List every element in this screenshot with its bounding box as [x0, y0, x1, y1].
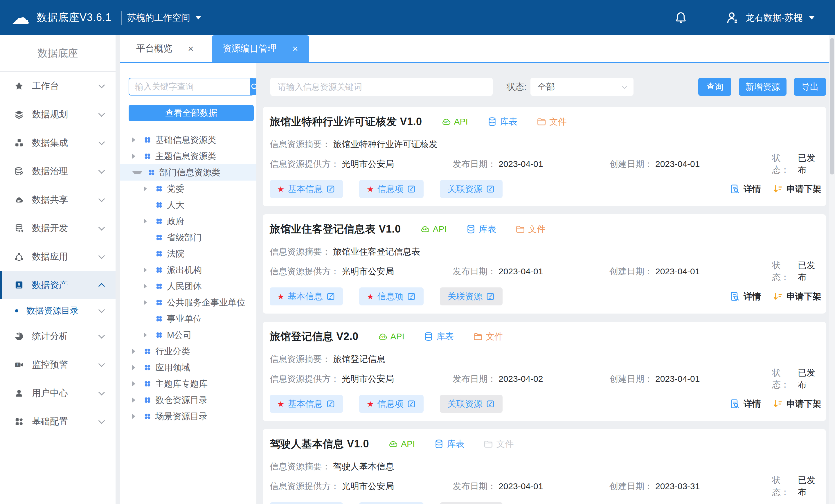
caret-right-icon[interactable] — [144, 300, 150, 305]
org-icon — [155, 217, 163, 226]
api-badge: API — [441, 117, 468, 126]
status-select[interactable]: 全部 — [530, 78, 633, 96]
tree-item[interactable]: 省级部门 — [120, 229, 257, 246]
vertical-scrollbar[interactable] — [829, 35, 835, 504]
tree-item[interactable]: 公共服务企事业单位 — [120, 295, 257, 311]
chevron-down-icon — [98, 139, 105, 145]
sidebar-item-basic-config[interactable]: 基础配置 — [0, 407, 116, 436]
database-icon — [424, 331, 433, 341]
info-item-button[interactable]: ★信息项 — [359, 502, 424, 504]
info-item-button[interactable]: ★信息项 — [359, 287, 424, 305]
resource-search-input[interactable] — [270, 78, 493, 96]
sidebar-item-data-integration[interactable]: 数据集成 — [0, 128, 116, 157]
caret-right-icon[interactable] — [144, 332, 150, 338]
tab-resource-catalog-management[interactable]: 资源编目管理 × — [212, 35, 309, 62]
provider-label: 信息资源提供方： — [270, 158, 340, 170]
basic-info-button[interactable]: ★基本信息 — [270, 180, 343, 198]
close-icon[interactable]: × — [188, 43, 194, 54]
tree-item[interactable]: 主题信息资源类 — [120, 148, 257, 164]
basic-info-button[interactable]: ★基本信息 — [270, 395, 343, 413]
caret-right-icon[interactable] — [144, 267, 150, 273]
caret-right-icon[interactable] — [132, 398, 139, 403]
tree-item[interactable]: 政府 — [120, 213, 257, 229]
tree-item[interactable]: 数仓资源目录 — [120, 392, 257, 408]
folder-icon — [473, 331, 483, 341]
tree-item-selected[interactable]: 部门信息资源类 — [120, 164, 257, 181]
query-button[interactable]: 查询 — [698, 78, 731, 96]
tree-item[interactable]: 人大 — [120, 197, 257, 213]
related-resource-button[interactable]: 关联资源 — [440, 395, 503, 413]
caret-right-icon[interactable] — [144, 186, 150, 191]
close-icon[interactable]: × — [292, 43, 298, 54]
related-resource-button[interactable]: 关联资源 — [440, 180, 503, 198]
sidebar-subitem-data-resource-catalog[interactable]: 数据资源目录 — [0, 299, 116, 322]
tree-item[interactable]: 主题库专题库 — [120, 376, 257, 392]
resource-card: 驾驶人基本信息 V1.0 API 库表 文件 信息资源摘要：驾驶人基本信息 信息… — [263, 429, 826, 504]
export-button[interactable]: 导出 — [794, 78, 826, 96]
sidebar-item-workbench[interactable]: 工作台 — [0, 72, 116, 100]
sidebar-item-data-development[interactable]: 数据开发 — [0, 214, 116, 242]
user-menu[interactable]: 龙石数据-苏槐 — [725, 11, 815, 25]
request-offshelf-button[interactable]: 申请下架 — [773, 290, 821, 303]
org-icon — [155, 266, 163, 274]
header-divider — [121, 11, 122, 25]
cloud-api-icon — [388, 439, 398, 449]
request-offshelf-button[interactable]: 申请下架 — [773, 183, 821, 195]
caret-down-icon[interactable] — [132, 171, 143, 174]
related-resource-button[interactable]: 关联资源 — [440, 287, 503, 305]
tree-item[interactable]: 场景资源目录 — [120, 408, 257, 424]
detail-button[interactable]: 详情 — [730, 398, 761, 410]
status-label: 状态： — [772, 152, 795, 176]
detail-button[interactable]: 详情 — [730, 290, 761, 303]
app-window: ☁ 数据底座V3.6.1 苏槐的工作空间 龙石数据-苏槐 数据底座 工作台 数据 — [0, 0, 835, 504]
tree-search-input[interactable] — [129, 78, 250, 95]
info-item-button[interactable]: ★信息项 — [359, 180, 424, 198]
workspace-switcher[interactable]: 苏槐的工作空间 — [127, 12, 201, 24]
caret-right-icon[interactable] — [132, 414, 139, 419]
tree-item[interactable]: 人民团体 — [120, 278, 257, 295]
basic-info-button[interactable]: ★基本信息 — [270, 502, 343, 504]
caret-right-icon[interactable] — [144, 284, 150, 289]
notifications-button[interactable] — [674, 11, 688, 24]
sidebar-item-statistics[interactable]: 统计分析 — [0, 322, 116, 350]
scrollbar-thumb[interactable] — [830, 38, 834, 175]
tree-item[interactable]: 行业分类 — [120, 343, 257, 359]
caret-right-icon[interactable] — [132, 349, 139, 354]
caret-right-icon[interactable] — [144, 219, 150, 224]
sidebar-item-user-center[interactable]: 用户中心 — [0, 379, 116, 407]
caret-right-icon[interactable] — [132, 154, 139, 159]
tree-item[interactable]: 事业单位 — [120, 311, 257, 327]
caret-right-icon[interactable] — [132, 381, 139, 386]
tree-item[interactable]: 党委 — [120, 181, 257, 197]
tree-item[interactable]: 应用领域 — [120, 359, 257, 376]
summary-label: 信息资源摘要： — [270, 246, 331, 258]
sidebar-item-data-assets[interactable]: 数据资产 — [0, 271, 116, 299]
chevron-down-icon — [98, 167, 105, 174]
add-resource-button[interactable]: 新增资源 — [739, 78, 787, 96]
sidebar-item-data-governance[interactable]: 数据治理 — [0, 157, 116, 185]
org-icon — [143, 347, 152, 356]
org-icon — [155, 315, 163, 323]
info-item-button[interactable]: ★信息项 — [359, 395, 424, 413]
tree-item[interactable]: 派出机构 — [120, 262, 257, 278]
api-badge: API — [378, 331, 404, 341]
related-resource-button[interactable]: 关联资源 — [440, 502, 503, 504]
detail-button[interactable]: 详情 — [730, 183, 761, 195]
view-all-data-button[interactable]: 查看全部数据 — [129, 105, 254, 121]
chevron-down-icon — [98, 224, 105, 231]
folder-icon — [515, 224, 525, 234]
sidebar-item-data-application[interactable]: 数据应用 — [0, 242, 116, 271]
request-offshelf-button[interactable]: 申请下架 — [773, 398, 821, 410]
sidebar-item-data-planning[interactable]: 数据规划 — [0, 100, 116, 128]
tree-item[interactable]: 法院 — [120, 246, 257, 262]
required-star-icon: ★ — [367, 400, 374, 409]
sidebar-item-monitoring[interactable]: 监控预警 — [0, 350, 116, 379]
caret-right-icon[interactable] — [132, 137, 139, 143]
sidebar-item-data-sharing[interactable]: 数据共享 — [0, 185, 116, 214]
tab-platform-overview[interactable]: 平台概览 × — [125, 35, 205, 62]
caret-right-icon[interactable] — [132, 365, 139, 370]
tree-item[interactable]: M公司 — [120, 327, 257, 343]
tree-item[interactable]: 基础信息资源类 — [120, 132, 257, 148]
basic-info-button[interactable]: ★基本信息 — [270, 287, 343, 305]
layers-icon — [14, 110, 24, 119]
